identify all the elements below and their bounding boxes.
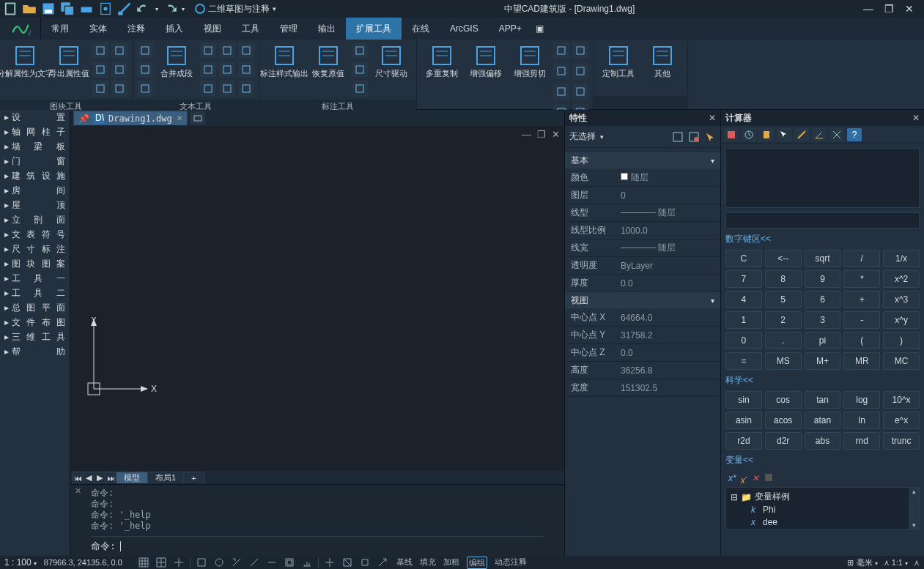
var-delete-icon[interactable]: ✕ bbox=[752, 473, 759, 483]
quickselect-icon[interactable] bbox=[704, 131, 716, 143]
scientific-header[interactable]: 科学<< bbox=[725, 374, 920, 387]
calc-help-icon[interactable]: ? bbox=[847, 128, 862, 141]
prop-row[interactable]: 中心点 X64664.0 bbox=[565, 309, 720, 327]
ribbon-small-button[interactable] bbox=[572, 42, 588, 59]
calc-key[interactable]: 1 bbox=[725, 311, 762, 329]
calc-key[interactable]: x^2 bbox=[883, 270, 920, 288]
view-close-icon[interactable]: ✕ bbox=[552, 129, 560, 140]
ribbon-small-button[interactable] bbox=[352, 42, 368, 59]
qat-new-icon[interactable] bbox=[3, 2, 18, 15]
ribbon-tab[interactable]: 管理 bbox=[270, 18, 308, 40]
ribbon-small-button[interactable] bbox=[92, 62, 108, 78]
toggle-pickadd-icon[interactable] bbox=[672, 131, 684, 143]
prop-row[interactable]: 中心点 Z0.0 bbox=[565, 344, 720, 362]
palette-item[interactable]: ▸图块图案 bbox=[0, 256, 70, 271]
status-toggle[interactable]: 编组 bbox=[467, 557, 487, 569]
workspace-selector[interactable]: 二维草图与注释 ▾ bbox=[195, 3, 276, 15]
calc-key[interactable]: = bbox=[725, 352, 762, 370]
document-tab[interactable]: 📌 DWG Drawing1.dwg ✕ bbox=[73, 111, 188, 125]
prop-row[interactable]: 宽度151302.5 bbox=[565, 379, 720, 397]
cli-close-icon[interactable]: ✕ bbox=[75, 486, 81, 496]
ribbon-tab[interactable]: ArcGIS bbox=[440, 18, 489, 40]
app-logo[interactable]: A bbox=[0, 18, 41, 40]
calc-key[interactable]: ln bbox=[843, 412, 880, 429]
calc-distance-icon[interactable] bbox=[794, 128, 809, 141]
prop-category-header[interactable]: 基本▾ bbox=[565, 152, 720, 168]
prop-category-header[interactable]: 视图▾ bbox=[565, 292, 720, 308]
calc-key[interactable]: abs bbox=[805, 432, 841, 450]
calc-key[interactable]: * bbox=[843, 270, 880, 288]
palette-item[interactable]: ▸屋 顶 bbox=[0, 198, 70, 212]
status-annoscale-icon[interactable]: ⋏ 1:1 ▾ bbox=[884, 558, 908, 568]
ribbon-small-button[interactable] bbox=[137, 81, 153, 97]
palette-item[interactable]: ▸工 具 二 bbox=[0, 286, 70, 300]
palette-item[interactable]: ▸墙 梁 板 bbox=[0, 139, 70, 154]
calc-key[interactable]: 7 bbox=[725, 270, 762, 288]
ribbon-small-button[interactable] bbox=[219, 42, 235, 59]
prop-row[interactable]: 线宽———— 随层 bbox=[565, 239, 720, 257]
palette-item[interactable]: ▸三维工具 bbox=[0, 330, 70, 344]
ribbon-small-button[interactable] bbox=[553, 63, 569, 79]
calc-clear-icon[interactable] bbox=[724, 128, 739, 141]
calc-key[interactable]: 6 bbox=[805, 291, 841, 308]
ribbon-tab[interactable]: 扩展工具 bbox=[346, 18, 402, 40]
status-icon[interactable] bbox=[376, 557, 389, 568]
palette-item[interactable]: ▸文件布图 bbox=[0, 315, 70, 330]
var-edit-icon[interactable]: x· bbox=[741, 472, 747, 486]
ribbon-small-button[interactable] bbox=[572, 63, 588, 79]
close-icon[interactable]: ✕ bbox=[903, 3, 915, 15]
ribbon-tab[interactable]: 实体 bbox=[79, 18, 117, 40]
prop-row[interactable]: 图层0 bbox=[565, 187, 720, 204]
calc-key[interactable]: MC bbox=[883, 352, 920, 370]
ribbon-small-button[interactable] bbox=[238, 62, 254, 78]
var-calc-icon[interactable] bbox=[764, 472, 774, 485]
ribbon-small-button[interactable] bbox=[137, 62, 153, 78]
palette-item[interactable]: ▸工 具 一 bbox=[0, 271, 70, 286]
select-objects-icon[interactable] bbox=[688, 131, 700, 143]
ribbon-small-button[interactable] bbox=[219, 81, 235, 97]
scrollbar[interactable]: ▴▾ bbox=[909, 488, 919, 529]
layout-nav[interactable]: ⏮ bbox=[72, 472, 84, 483]
ribbon-button[interactable]: 导出属性值 bbox=[48, 42, 89, 78]
ribbon-button[interactable]: 多重复制 bbox=[421, 42, 462, 78]
ribbon-small-button[interactable] bbox=[137, 42, 153, 59]
calc-history-icon[interactable] bbox=[742, 128, 756, 141]
calc-key[interactable]: 10^x bbox=[883, 391, 920, 409]
prop-row[interactable]: 线型———— 随层 bbox=[565, 204, 720, 222]
palette-item[interactable]: ▸轴网柱子 bbox=[0, 124, 70, 139]
calc-key[interactable]: ) bbox=[883, 332, 920, 349]
status-icon[interactable] bbox=[248, 557, 261, 568]
palette-item[interactable]: ▸门 窗 bbox=[0, 154, 70, 168]
ribbon-button[interactable]: 定制工具 bbox=[598, 42, 639, 78]
status-icon[interactable] bbox=[172, 557, 185, 568]
qat-redo-drop[interactable]: ▾ bbox=[182, 6, 185, 12]
calc-key[interactable]: 0 bbox=[725, 332, 762, 349]
calc-key[interactable]: <-- bbox=[765, 250, 802, 267]
calc-key[interactable]: - bbox=[843, 311, 880, 329]
calc-key[interactable]: pi bbox=[805, 332, 841, 349]
qat-plot-icon[interactable] bbox=[79, 2, 94, 15]
status-icon[interactable] bbox=[137, 557, 150, 568]
layout-nav[interactable]: ⏭ bbox=[105, 472, 117, 483]
palette-item[interactable]: ▸房 间 bbox=[0, 183, 70, 198]
variables-header[interactable]: 变量<< bbox=[725, 454, 920, 466]
qat-open-icon[interactable] bbox=[22, 2, 37, 15]
ribbon-button[interactable]: 合并成段 bbox=[156, 42, 197, 78]
ribbon-button[interactable]: 恢复原值 bbox=[308, 42, 349, 78]
calc-key[interactable]: x^y bbox=[883, 311, 920, 329]
command-input-row[interactable]: 命令: bbox=[91, 536, 544, 553]
qat-saveall-icon[interactable] bbox=[60, 2, 75, 15]
calc-key[interactable]: MR bbox=[843, 352, 880, 370]
var-new-icon[interactable]: x* bbox=[728, 473, 736, 483]
ribbon-small-button[interactable] bbox=[92, 42, 108, 59]
calc-key[interactable]: asin bbox=[725, 412, 762, 429]
calc-key[interactable]: / bbox=[843, 250, 880, 267]
calc-key[interactable]: MS bbox=[765, 352, 802, 370]
ribbon-small-button[interactable] bbox=[238, 42, 254, 59]
calc-key[interactable]: 3 bbox=[805, 311, 841, 329]
qat-undo-drop[interactable]: ▾ bbox=[155, 6, 158, 12]
ribbon-small-button[interactable] bbox=[200, 42, 216, 59]
calc-key[interactable]: C bbox=[725, 250, 762, 267]
status-icon[interactable] bbox=[155, 557, 168, 568]
ribbon-tab[interactable]: 插入 bbox=[155, 18, 193, 40]
